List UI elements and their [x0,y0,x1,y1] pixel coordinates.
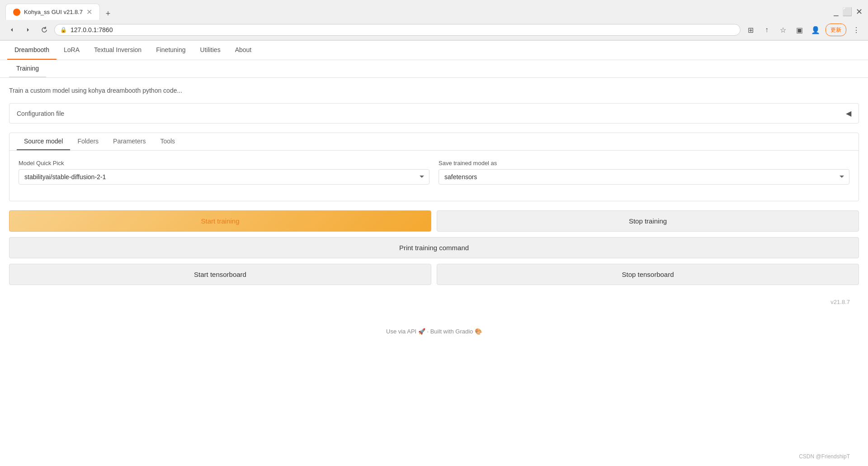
browser-nav: 🔒 127.0.0.1:7860 ⊞ ↑ ☆ ▣ 👤 更新 ⋮ [0,20,868,40]
close-window-icon[interactable]: ✕ [856,7,863,17]
tab-textual-inversion[interactable]: Textual Inversion [87,41,149,60]
inner-nav-tabs: Training [0,60,868,78]
start-training-button[interactable]: Start training [9,210,431,232]
content-area: Train a custom model using kohya dreambo… [0,78,868,319]
built-with-link[interactable]: Built with Gradio [430,328,473,335]
update-button[interactable]: 更新 [826,24,846,36]
start-tensorboard-button[interactable]: Start tensorboard [9,264,431,285]
section-tab-parameters[interactable]: Parameters [106,133,153,150]
url-text: 127.0.0.1:7860 [71,26,735,33]
main-nav-tabs: Dreambooth LoRA Textual Inversion Finetu… [0,41,868,60]
config-file-label: Configuration file [17,110,64,117]
back-button[interactable] [5,24,18,36]
section-tab-folders[interactable]: Folders [70,133,106,150]
translate-icon[interactable]: ⊞ [744,24,757,36]
print-command-button[interactable]: Print training command [9,237,859,258]
stop-training-button[interactable]: Stop training [437,210,859,232]
lock-icon: 🔒 [60,27,67,33]
tab-about[interactable]: About [228,41,259,60]
model-quick-pick-select[interactable]: stabilityai/stable-diffusion-2-1runwayml… [19,169,429,185]
browser-chrome: Kohya_ss GUI v21.8.7 ✕ + ⎯ ⬜ ✕ 🔒 127.0.0… [0,0,868,41]
bottom-attribution: CSDN @FriendshipT [790,452,859,461]
new-tab-button[interactable]: + [102,7,114,20]
btn-row-print: Print training command [9,237,859,258]
section-tab-tools[interactable]: Tools [153,133,182,150]
footer-gradio-icon: 🎨 [475,328,482,335]
subtitle-text: Train a custom model using kohya dreambo… [9,87,859,94]
tab-lora[interactable]: LoRA [57,41,87,60]
tab-training[interactable]: Training [9,60,46,77]
tab-title: Kohya_ss GUI v21.8.7 [24,9,83,15]
menu-icon[interactable]: ⋮ [850,24,863,36]
save-trained-label: Save trained model as [439,160,849,166]
browser-tab-active[interactable]: Kohya_ss GUI v21.8.7 ✕ [5,4,100,20]
action-buttons: Start training Stop training Print train… [9,210,859,294]
minimize-icon[interactable]: ⎯ [834,7,839,17]
browser-tabs: Kohya_ss GUI v21.8.7 ✕ + [5,4,830,20]
form-group-model-quick-pick: Model Quick Pick stabilityai/stable-diff… [19,160,429,185]
page-footer: Use via API 🚀 · Built with Gradio 🎨 [0,319,868,344]
config-collapse-icon[interactable]: ◀ [846,109,851,118]
window-controls: ⎯ ⬜ ✕ [834,7,863,17]
tab-utilities[interactable]: Utilities [193,41,228,60]
section-tabs: Source model Folders Parameters Tools [9,133,859,151]
model-quick-pick-label: Model Quick Pick [19,160,429,166]
browser-title-bar: Kohya_ss GUI v21.8.7 ✕ + ⎯ ⬜ ✕ [0,0,868,20]
config-file-bar[interactable]: Configuration file ◀ [9,103,859,124]
footer-separator: · [427,328,429,335]
share-icon[interactable]: ↑ [760,24,773,36]
form-group-save-trained: Save trained model as safetensorsckpt [439,160,849,185]
btn-row-tensorboard: Start tensorboard Stop tensorboard [9,264,859,285]
forward-button[interactable] [22,24,34,36]
tab-dreambooth[interactable]: Dreambooth [7,41,57,60]
save-trained-select[interactable]: safetensorsckpt [439,169,849,185]
stop-tensorboard-button[interactable]: Stop tensorboard [437,264,859,285]
reload-button[interactable] [38,24,51,36]
tab-finetuning[interactable]: Finetuning [149,41,193,60]
btn-row-train: Start training Stop training [9,210,859,232]
section-body: Model Quick Pick stabilityai/stable-diff… [9,151,859,201]
version-text: v21.8.7 [9,294,859,310]
section-tab-source-model[interactable]: Source model [17,133,70,150]
browser-actions: ⊞ ↑ ☆ ▣ 👤 更新 ⋮ [744,24,863,36]
address-bar[interactable]: 🔒 127.0.0.1:7860 [54,24,741,36]
sidebar-icon[interactable]: ▣ [793,24,806,36]
page-content: Dreambooth LoRA Textual Inversion Finetu… [0,41,868,466]
tab-favicon [13,9,20,16]
profile-icon[interactable]: 👤 [809,24,822,36]
form-row-model: Model Quick Pick stabilityai/stable-diff… [19,160,849,185]
maximize-icon[interactable]: ⬜ [842,7,852,17]
source-model-section: Source model Folders Parameters Tools Mo… [9,133,859,201]
tab-close-icon[interactable]: ✕ [86,8,92,16]
bookmark-icon[interactable]: ☆ [777,24,789,36]
footer-rocket-icon: 🚀 [418,328,427,335]
use-api-link[interactable]: Use via API [386,328,416,335]
